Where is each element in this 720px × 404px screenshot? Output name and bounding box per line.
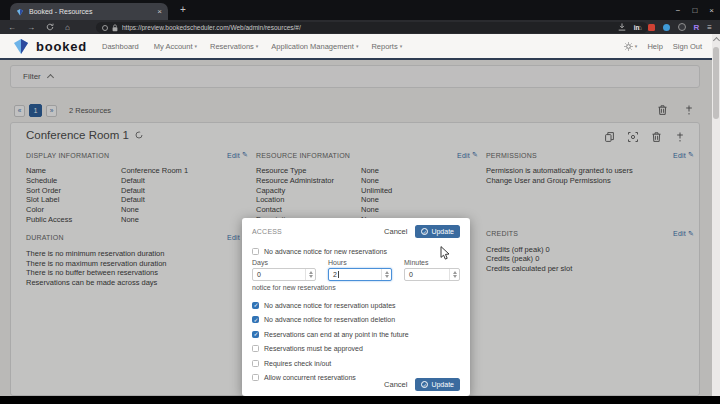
nav-item[interactable]: Reports ▾ [371,42,402,51]
update-button[interactable]: ✓ Update [415,225,460,238]
checkbox[interactable] [252,331,259,338]
browser-tab-bar: Booked - Resources × + − □ × [0,0,720,20]
window-controls: − □ × [676,0,714,20]
settings-menu[interactable]: ▾ [624,42,638,51]
checkbox-row[interactable]: Reservations must be approved [252,342,460,357]
browser-menu-icon[interactable]: ≡ [707,23,712,32]
checkbox[interactable] [252,302,259,309]
stepper-arrows-icon[interactable] [449,269,459,280]
checkbox[interactable] [252,345,259,352]
profile-icon[interactable] [678,23,686,31]
number-field: Minutes 0 [404,259,460,281]
lock-icon[interactable] [112,24,118,32]
checkbox[interactable] [252,374,259,381]
window-maximize-button[interactable]: □ [692,6,697,15]
nav-item[interactable]: My Account ▾ [154,42,197,51]
scrollbar-thumb[interactable] [713,47,719,119]
red-extension-icon[interactable] [648,24,655,31]
access-heading: ACCESS [252,228,282,235]
number-input[interactable]: 0 [252,268,316,281]
chevron-down-icon: ▾ [356,43,359,49]
stepper-arrows-icon[interactable] [381,269,391,280]
gear-icon [624,42,633,51]
window-minimize-button[interactable]: − [676,6,681,15]
checkbox-row[interactable]: No advance notice for reservation deleti… [252,313,460,328]
url-text[interactable]: https://preview.bookedscheduler.com/Web/… [122,24,633,31]
chevron-down-icon: ▾ [256,43,259,49]
update-button-bottom[interactable]: ✓ Update [415,378,460,391]
site-favicon-icon [16,8,24,16]
checkbox-row[interactable]: No advance notice for reservation update… [252,298,460,313]
brand-name[interactable]: booked [36,39,87,54]
url-bar[interactable]: https://preview.bookedscheduler.com/Web/… [96,22,648,33]
download-icon[interactable] [618,23,626,31]
r-extension-icon[interactable]: R [694,23,700,32]
new-tab-button[interactable]: + [180,4,186,15]
browser-window: Booked - Resources × + − □ × ← → ⌂ https… [0,0,720,404]
check-circle-icon: ✓ [421,228,428,235]
nav-item[interactable]: Reservations ▾ [210,42,258,51]
main-nav: Dashboard My Account ▾ Reservations ▾ Ap… [102,42,402,51]
back-icon[interactable]: ← [8,23,16,32]
window-close-button[interactable]: × [709,6,714,15]
cancel-link-bottom[interactable]: Cancel [384,380,407,389]
chevron-down-icon: ▾ [195,43,198,49]
checkbox-row[interactable]: Requires check in/out [252,356,460,371]
number-input[interactable]: 2 [328,268,392,281]
bottom-bar [0,396,720,404]
reload-icon[interactable] [46,23,54,31]
tab-title: Booked - Resources [29,8,152,15]
scroll-up-icon[interactable] [713,37,720,44]
checkbox[interactable] [252,316,259,323]
scrollbar[interactable] [712,34,720,396]
chevron-down-icon: ▾ [635,43,638,49]
nav-item[interactable]: Dashboard [102,42,141,51]
app-header: booked Dashboard My Account ▾ Reservatio… [0,34,720,60]
access-modal: ACCESS Cancel ✓ Update No advance notice… [242,218,470,396]
tab-close-icon[interactable]: × [157,8,162,16]
stepper-arrows-icon[interactable] [305,269,315,280]
help-link[interactable]: Help [647,42,662,51]
home-icon[interactable]: ⌂ [65,23,70,32]
linkedin-extension-icon[interactable]: in [634,24,640,31]
extension-area: in R ≡ [618,20,712,34]
forward-icon[interactable]: → [27,23,35,32]
notice-text: notice for new reservations [252,284,460,291]
number-field: Days 0 [252,259,316,281]
checkbox[interactable] [252,248,259,255]
blue-extension-icon[interactable] [663,24,670,31]
cancel-link[interactable]: Cancel [384,227,407,236]
checkbox-row-advance-notice-new[interactable]: No advance notice for new reservations [252,245,460,257]
sign-out-link[interactable]: Sign Out [673,42,702,51]
site-info-icon[interactable] [102,25,108,31]
checkbox[interactable] [252,360,259,367]
chevron-down-icon: ▾ [400,43,403,49]
checkbox-row[interactable]: Reservations can end at any point in the… [252,327,460,342]
booked-logo-icon[interactable] [12,37,30,55]
check-circle-icon: ✓ [421,381,428,388]
number-field: Hours 2 [328,259,392,281]
nav-item[interactable]: Application Management ▾ [271,42,358,51]
browser-tab[interactable]: Booked - Resources × [10,3,168,20]
number-input[interactable]: 0 [404,268,460,281]
